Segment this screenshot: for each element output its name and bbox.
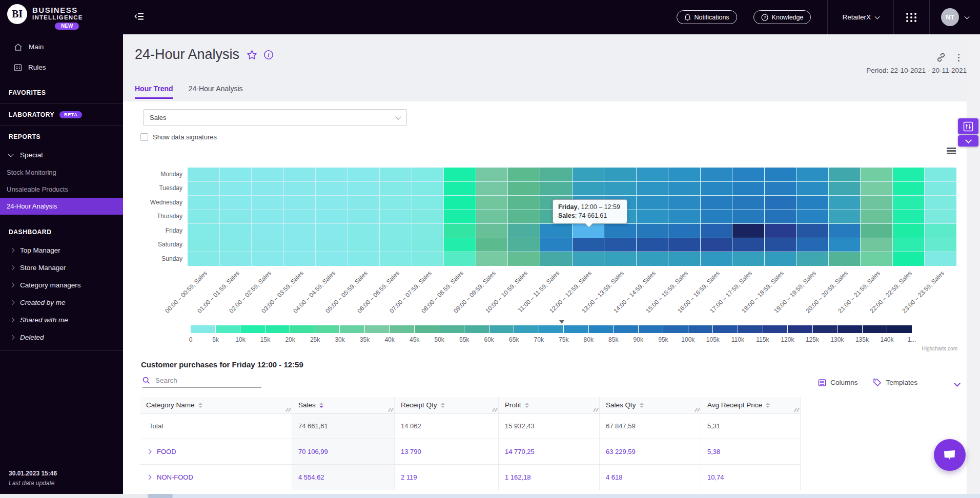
heatmap-cell[interactable] xyxy=(444,182,476,196)
favorites-header[interactable]: FAVORITES xyxy=(0,83,123,102)
heatmap-cell[interactable] xyxy=(925,224,956,238)
heatmap-cell[interactable] xyxy=(252,210,283,224)
sort-icon[interactable] xyxy=(525,403,529,408)
heatmap-cell[interactable] xyxy=(668,196,700,210)
heatmap-cell[interactable] xyxy=(668,168,700,181)
heatmap-cell[interactable] xyxy=(797,252,828,266)
heatmap-cell[interactable] xyxy=(925,252,956,266)
heatmap-cell[interactable] xyxy=(220,224,252,238)
heatmap-cell[interactable] xyxy=(797,224,828,238)
heatmap-cell[interactable] xyxy=(732,238,764,252)
expand-row-icon[interactable] xyxy=(147,475,152,480)
collapse-sidebar-icon[interactable] xyxy=(134,12,145,23)
column-resize-handle[interactable] xyxy=(284,407,290,412)
column-resize-handle[interactable] xyxy=(592,407,598,412)
heatmap-cell[interactable] xyxy=(732,196,764,210)
heatmap-cell[interactable] xyxy=(925,168,956,181)
templates-button[interactable]: Templates xyxy=(873,378,917,387)
heatmap-cell[interactable] xyxy=(797,210,828,224)
heatmap-cell[interactable] xyxy=(701,224,732,238)
heatmap-cell[interactable] xyxy=(701,238,732,252)
sidebar-item-created-by-me[interactable]: Created by me xyxy=(0,294,123,312)
heatmap-cell[interactable] xyxy=(412,168,444,181)
sidebar-item-shared-with-me[interactable]: Shared with me xyxy=(0,312,123,329)
legend-gradient-bar[interactable] xyxy=(191,325,912,333)
heatmap-cell[interactable] xyxy=(380,182,412,196)
heatmap-cell[interactable] xyxy=(412,196,444,210)
heatmap-cell[interactable] xyxy=(444,210,476,224)
sidebar-item-main[interactable]: Main xyxy=(0,37,123,57)
heatmap-cell[interactable] xyxy=(284,196,316,210)
heatmap-cell[interactable] xyxy=(316,238,348,252)
info-icon[interactable]: i xyxy=(263,50,274,60)
sidebar-item-category-managers[interactable]: Category managers xyxy=(0,277,123,294)
heatmap-cell[interactable] xyxy=(573,238,604,252)
heatmap-cell[interactable] xyxy=(348,168,380,181)
heatmap-cell[interactable] xyxy=(316,182,348,196)
heatmap-cell[interactable] xyxy=(604,252,636,266)
heatmap-cell[interactable] xyxy=(701,252,732,266)
sort-icon[interactable] xyxy=(640,403,644,408)
sidebar-item-stock-monitoring[interactable]: Stock Monitoring xyxy=(0,164,123,181)
column-header-sales-qty[interactable]: Sales Qty xyxy=(600,397,701,413)
heatmap-cell[interactable] xyxy=(732,168,764,181)
expand-row-icon[interactable] xyxy=(147,449,152,454)
heatmap-cell[interactable] xyxy=(188,252,219,266)
heatmap-cell[interactable] xyxy=(573,252,604,266)
chart-menu-icon[interactable] xyxy=(947,148,956,156)
heatmap-cell[interactable] xyxy=(540,224,572,238)
heatmap-cell[interactable] xyxy=(316,252,348,266)
heatmap-cell[interactable] xyxy=(668,224,700,238)
heatmap-cell[interactable] xyxy=(861,238,892,252)
heatmap-cell[interactable] xyxy=(220,182,252,196)
table-search[interactable] xyxy=(142,376,261,388)
heatmap-cell[interactable] xyxy=(444,238,476,252)
heatmap-cell[interactable] xyxy=(284,210,316,224)
filters-button[interactable] xyxy=(958,118,978,134)
heatmap-cell[interactable] xyxy=(637,238,668,252)
heatmap-cell[interactable] xyxy=(861,182,892,196)
heatmap-cell[interactable] xyxy=(444,252,476,266)
collapse-filters-button[interactable] xyxy=(958,135,978,147)
heatmap-cell[interactable] xyxy=(284,224,316,238)
heatmap-cell[interactable] xyxy=(188,210,219,224)
sidebar-item-store-manager[interactable]: Store Manager xyxy=(0,259,123,277)
heatmap-cell[interactable] xyxy=(508,182,540,196)
heatmap-cell[interactable] xyxy=(188,224,219,238)
heatmap-cell[interactable] xyxy=(412,224,444,238)
heatmap-cell[interactable] xyxy=(829,210,861,224)
heatmap-cell[interactable] xyxy=(893,182,925,196)
heatmap-cell[interactable] xyxy=(829,238,861,252)
heatmap-cell[interactable] xyxy=(220,252,252,266)
heatmap-cell[interactable] xyxy=(476,252,508,266)
heatmap-cell[interactable] xyxy=(732,182,764,196)
heatmap-cell[interactable] xyxy=(380,252,412,266)
heatmap-cell[interactable] xyxy=(348,224,380,238)
category-name-cell[interactable]: NON-FOOD xyxy=(140,465,292,490)
heatmap-cell[interactable] xyxy=(637,182,668,196)
show-data-signatures[interactable]: Show data signatures xyxy=(140,133,217,141)
heatmap-cell[interactable] xyxy=(284,168,316,181)
tenant-selector[interactable]: RetailerX xyxy=(828,13,893,21)
checkbox[interactable] xyxy=(140,133,148,141)
column-header-profit[interactable]: Profit xyxy=(499,397,600,413)
heatmap-cell[interactable] xyxy=(829,252,861,266)
sidebar-item-unsaleable-products[interactable]: Unsaleable Products xyxy=(0,181,123,198)
heatmap-cell[interactable] xyxy=(701,182,732,196)
heatmap-cell[interactable] xyxy=(829,168,861,181)
heatmap-cell[interactable] xyxy=(348,210,380,224)
heatmap-cell[interactable] xyxy=(765,168,797,181)
sort-icon[interactable] xyxy=(198,403,202,408)
heatmap-cell[interactable] xyxy=(476,182,508,196)
heatmap-cell[interactable] xyxy=(925,182,956,196)
heatmap-cell[interactable] xyxy=(668,182,700,196)
heatmap-cell[interactable] xyxy=(444,196,476,210)
heatmap-cell[interactable] xyxy=(861,252,892,266)
heatmap-cell[interactable] xyxy=(765,210,797,224)
heatmap-cell[interactable] xyxy=(893,210,925,224)
heatmap-cell[interactable] xyxy=(380,210,412,224)
heatmap-cell[interactable] xyxy=(765,238,797,252)
heatmap-cell[interactable] xyxy=(284,252,316,266)
column-resize-handle[interactable] xyxy=(387,407,393,412)
heatmap-cell[interactable] xyxy=(284,182,316,196)
